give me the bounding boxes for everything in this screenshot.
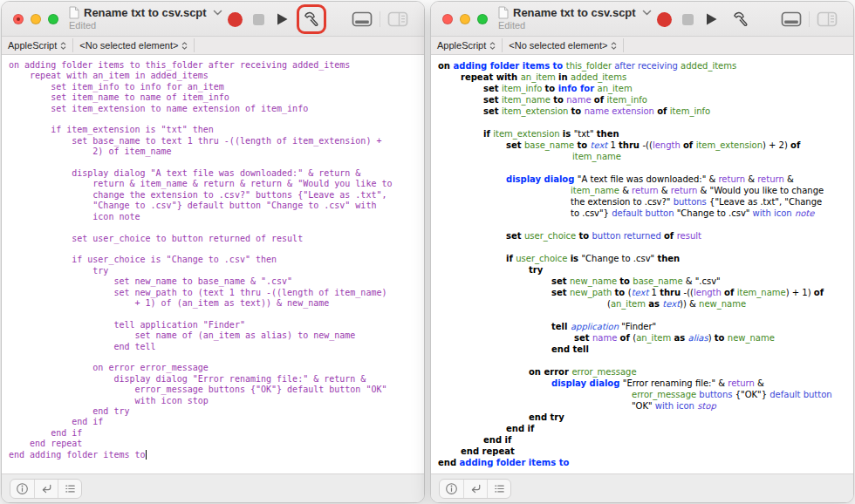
code-line: set new_path to (text 1 thru -((length o… [438,287,853,298]
show-bottom-pane-button[interactable] [352,11,373,27]
code-line: (an_item as text)) & new_name [438,298,853,310]
title-bar[interactable]: Rename txt to csv.scpt Edited [431,2,853,37]
toolbar [228,2,408,37]
close-button[interactable] [442,14,453,24]
code-line: try [9,266,424,276]
script-source-compiled[interactable]: on adding folder items to this_folder af… [431,55,853,473]
description-button[interactable] [440,480,463,498]
compile-button[interactable] [732,10,750,29]
code-line [438,310,853,321]
stop-icon [253,14,264,25]
code-line: end adding folder items to [438,457,853,468]
show-sidebar-button[interactable] [817,11,838,27]
code-line [438,162,853,174]
accessory-view-switcher [10,479,82,499]
element-dropdown[interactable]: <No selected element> [503,37,623,54]
hammer-icon [732,10,750,29]
edited-dot [17,17,20,21]
code-line: return & item_name & return & return & "… [9,179,424,189]
code-line [438,242,853,253]
code-line [9,244,424,255]
edited-status: Edited [498,20,652,31]
window-title: Rename txt to csv.scpt [84,7,207,19]
code-line: set user_choice to button returned of re… [438,230,853,242]
record-button[interactable] [228,12,243,27]
description-button[interactable] [10,480,34,498]
code-line [438,355,853,366]
edited-status: Edited [69,20,222,31]
code-line: end if [9,428,424,439]
bottom-pane-icon [781,11,802,27]
code-line: if item_extension is "txt" then [9,125,424,135]
show-sidebar-button[interactable] [387,11,408,27]
compile-button[interactable] [303,10,321,29]
code-line: 2) of item_name [9,146,424,157]
code-line: on error error_message [9,363,424,373]
code-line: end adding folder items to [9,450,424,460]
chevron-down-icon[interactable] [213,10,222,16]
code-line [9,114,424,125]
info-icon [445,482,458,495]
document-icon [498,6,509,19]
run-button[interactable] [705,12,718,26]
updown-chevrons-icon [181,41,188,51]
code-line: set new_path to (text 1 thru -((length o… [9,288,424,298]
code-line [438,117,853,128]
code-line: set new_name to base_name & ".csv" [9,276,424,287]
code-line [438,219,853,230]
title-bar[interactable]: Rename txt to csv.scpt Edited [2,2,424,37]
play-icon [705,12,718,26]
script-source-uncompiled[interactable]: on adding folder items to this_folder af… [2,55,424,473]
title-block: Rename txt to csv.scpt Edited [69,6,222,31]
compile-highlight-annotation [297,4,326,34]
code-line [9,352,424,363]
element-dropdown[interactable]: <No selected element> [73,37,194,54]
accessory-view-switcher [439,479,511,499]
record-icon [228,12,243,27]
reply-arrow-icon [469,482,482,495]
stop-button[interactable] [253,14,264,25]
navigation-bar: AppleScript <No selected element> [431,37,853,55]
event-log-button[interactable] [34,480,58,498]
record-button[interactable] [657,12,672,27]
minimize-button[interactable] [31,14,41,24]
code-line: set name of (an_item as alias) to new_na… [438,332,853,344]
bundle-contents-button[interactable] [487,480,510,498]
code-line: tell application "Finder" [9,320,424,330]
updown-chevrons-icon [611,41,617,51]
status-bar [2,473,424,502]
code-line: repeat with an_item in added_items [438,72,853,83]
code-line: on adding folder items to this_folder af… [9,60,424,71]
language-dropdown[interactable]: AppleScript [431,37,502,54]
minimize-button[interactable] [460,14,470,24]
code-line: end repeat [438,446,853,457]
element-dropdown-label: <No selected element> [509,40,607,51]
event-log-button[interactable] [463,480,487,498]
fullscreen-button[interactable] [477,14,488,24]
bottom-pane-icon [352,11,373,27]
show-bottom-pane-button[interactable] [781,11,802,27]
stop-button[interactable] [682,14,694,25]
code-line: end repeat [9,439,424,449]
code-line: set new_name to base_name & ".csv" [438,276,853,287]
run-button[interactable] [276,12,289,26]
code-line: if user_choice is "Change to .csv" then [9,255,424,265]
language-dropdown[interactable]: AppleScript [2,37,72,54]
sidebar-icon [817,11,838,27]
code-line: set user_choice to button returned of re… [9,234,424,244]
code-line: item_name [438,151,853,162]
chevron-down-icon[interactable] [642,10,652,16]
bundle-contents-button[interactable] [58,480,81,498]
close-button[interactable] [13,14,24,24]
element-dropdown-label: <No selected element> [79,40,178,51]
desktop: Rename txt to csv.scpt Edited [0,0,855,504]
code-line: set item_name to name of item_info [438,94,853,106]
code-line: end tell [9,342,424,352]
list-icon [64,482,77,495]
code-line: set base_name to text 1 thru -((length o… [438,140,853,151]
fullscreen-button[interactable] [48,14,58,24]
code-line: tell application "Finder" [438,321,853,332]
code-line: set item_info to info for an_item [9,82,424,92]
code-line: "OK" with icon stop [438,400,853,412]
code-line: error_message buttons {"OK"} default but… [9,385,424,395]
